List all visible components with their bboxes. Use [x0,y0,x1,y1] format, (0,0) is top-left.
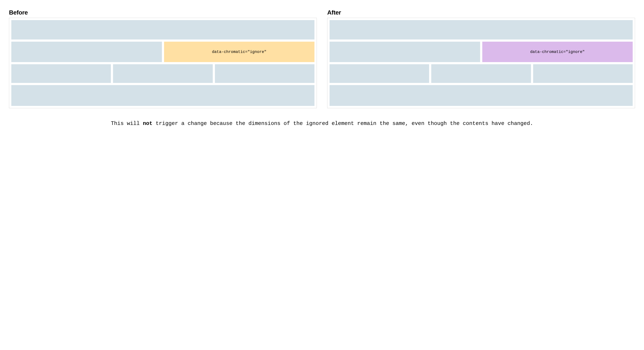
layout-block [431,64,531,83]
caption-bold: not [143,120,152,127]
after-frame: data-chromatic="ignore" [327,18,635,108]
caption-text: This will not trigger a change because t… [9,119,635,128]
before-row-4 [11,85,314,106]
layout-block [11,64,111,83]
before-heading: Before [9,9,317,16]
layout-block [113,64,212,83]
layout-block [330,64,429,83]
before-row-1 [11,20,314,39]
before-frame: data-chromatic="ignore" [9,18,317,108]
layout-block [215,64,314,83]
before-row-2: data-chromatic="ignore" [11,42,314,62]
caption-pre: This will [111,120,143,127]
comparison-row: Before data-chromatic="ignore" After [9,9,635,108]
layout-block [533,64,633,83]
after-row-2: data-chromatic="ignore" [330,42,633,62]
after-row-1 [330,20,633,39]
after-column: After data-chromatic="ignore" [327,9,635,108]
after-highlight-block: data-chromatic="ignore" [482,42,633,62]
layout-block [330,85,633,106]
layout-block [330,42,480,62]
after-row-4 [330,85,633,106]
before-column: Before data-chromatic="ignore" [9,9,317,108]
after-heading: After [327,9,635,16]
before-row-3 [11,64,314,83]
before-highlight-text: data-chromatic="ignore" [212,50,266,54]
layout-block [11,85,314,106]
after-row-3 [330,64,633,83]
caption-post: trigger a change because the dimensions … [152,120,533,127]
before-highlight-block: data-chromatic="ignore" [164,42,315,62]
after-highlight-text: data-chromatic="ignore" [530,50,585,54]
layout-block [11,42,162,62]
layout-block [11,20,314,39]
layout-block [330,20,633,39]
